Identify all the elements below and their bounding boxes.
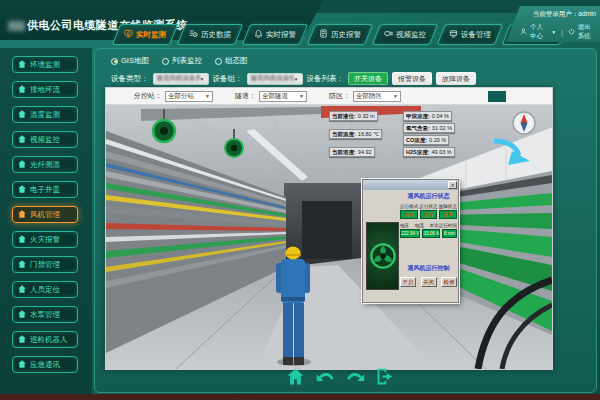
home-button[interactable] <box>284 366 305 387</box>
sidebar-item-8[interactable]: 火灾报警 <box>12 231 78 248</box>
forward-button[interactable] <box>344 366 365 387</box>
logout-link[interactable]: 退出系统 <box>578 23 596 41</box>
sensor-value: 49.03 % <box>432 149 452 155</box>
fan-status-labels: 运行模式运行状态故障状态 <box>400 204 457 209</box>
device-filter-button-1[interactable]: 开关设备 <box>348 72 388 85</box>
chevron-down-icon: ▼ <box>551 29 556 35</box>
sidebar-item-2[interactable]: 接地环流 <box>12 81 78 98</box>
sidebar-item-label: 风机管理 <box>30 210 60 220</box>
fan-control-dialog: ✕ 通风机运行状态 运行模式运行状态故障状态 <box>362 179 459 303</box>
sidebar-item-label: 视频监控 <box>30 135 60 145</box>
sensor-chip: 当前液位:0.32 m <box>329 111 378 121</box>
sensor-chip: H2S浓度:49.03 % <box>403 147 455 157</box>
sensor-value: 94.92 <box>358 149 372 155</box>
device-filter-button-2[interactable]: 报警设备 <box>392 72 432 85</box>
filter-dropdown[interactable]: 全部防区▼ <box>353 91 401 102</box>
frame-corner-box <box>488 91 506 102</box>
divider: | <box>561 29 563 36</box>
exit-button[interactable] <box>374 366 395 387</box>
dialog-titlebar[interactable]: ✕ <box>363 180 458 190</box>
fan-button-1[interactable]: 开启 <box>400 277 416 287</box>
sidebar-item-label: 电子井盖 <box>30 185 60 195</box>
fan-image <box>366 222 399 290</box>
nav-tab-3[interactable]: 实时报警 <box>242 24 308 45</box>
sidebar-item-label: 接地环流 <box>30 85 60 95</box>
house-icon <box>18 110 26 120</box>
sidebar: 环境监测接地环流温度监测视频监控光纤测温电子井盖风机管理火灾报警门禁管理人员定位… <box>0 48 92 394</box>
sidebar-item-11[interactable]: 水泵管理 <box>12 306 78 323</box>
sensor-value: 0.32 m <box>358 113 375 119</box>
device-group-label: 设备组： <box>213 74 243 84</box>
tab-label: 实时报警 <box>266 30 296 40</box>
status-label: 运行模式 <box>400 204 418 209</box>
filter-dropdown[interactable]: 全部隧道▼ <box>259 91 307 102</box>
close-icon[interactable]: ✕ <box>448 181 457 189</box>
view-mode-label: 组态图 <box>225 56 248 66</box>
user-center-link[interactable]: 个人中心 <box>530 23 548 41</box>
history-icon <box>189 29 198 40</box>
current-user-label: 当前登录用户：admin <box>520 10 596 19</box>
filter-value: 全部隧道 <box>262 92 288 101</box>
metric-led: 8 min <box>442 229 457 238</box>
sidebar-item-13[interactable]: 应急通讯 <box>12 356 78 373</box>
device-filter-button-3[interactable]: 故障设备 <box>436 72 476 85</box>
sidebar-item-5[interactable]: 光纤测温 <box>12 156 78 173</box>
sidebar-item-label: 人员定位 <box>30 285 60 295</box>
sidebar-item-6[interactable]: 电子井盖 <box>12 181 78 198</box>
view-mode-radios: GIS地图列表监控组态图 <box>111 56 247 66</box>
monitor-frame: 分控站：全部分站▼隧道：全部隧道▼防区：全部防区▼ <box>105 87 553 370</box>
sidebar-item-9[interactable]: 门禁管理 <box>12 256 78 273</box>
chevron-down-icon: ▼ <box>393 93 398 99</box>
chevron-down-icon: ▼ <box>294 76 299 82</box>
nav-tab-2[interactable]: 历史数据 <box>177 24 243 45</box>
sensor-chip: 当前温度:16.80 ℃ <box>329 129 382 139</box>
filter-value: 全部防区 <box>356 92 382 101</box>
sidebar-item-1[interactable]: 环境监测 <box>12 56 78 73</box>
sidebar-item-12[interactable]: 巡检机器人 <box>12 331 78 348</box>
view-mode-radio-2[interactable]: 列表监控 <box>162 56 202 66</box>
device-group-dropdown[interactable]: 隧道风机设备组▼ <box>247 73 303 85</box>
filter-label: 隧道： <box>235 91 256 101</box>
sidebar-item-4[interactable]: 视频监控 <box>12 131 78 148</box>
sensor-value: 31.02 % <box>432 125 452 131</box>
sensor-label: H2S浓度: <box>406 149 430 156</box>
nav-tab-5[interactable]: 视频监控 <box>372 24 438 45</box>
device-list-label: 设备列表： <box>307 74 345 84</box>
report-icon <box>319 29 328 40</box>
nav-tab-6[interactable]: 设备管理 <box>437 24 503 45</box>
device-icon <box>449 29 458 40</box>
house-icon <box>18 335 26 345</box>
sidebar-item-label: 应急通讯 <box>30 360 60 370</box>
nav-tab-4[interactable]: 历史报警 <box>307 24 373 45</box>
view-mode-label: 列表监控 <box>172 56 202 66</box>
sensor-label: CO浓度: <box>406 137 427 144</box>
sidebar-item-label: 火灾报警 <box>30 235 60 245</box>
filter-label: 防区： <box>329 91 350 101</box>
sensor-label: 当前湿度: <box>332 149 356 156</box>
house-icon <box>18 235 26 245</box>
fan-button-2[interactable]: 关闭 <box>421 277 437 287</box>
filter-bar: 分控站：全部分站▼隧道：全部隧道▼防区：全部防区▼ <box>106 88 552 105</box>
nav-tab-1[interactable]: 实时监测 <box>112 24 178 45</box>
radio-icon <box>215 58 222 65</box>
alarm-icon <box>254 29 263 40</box>
sidebar-item-7[interactable]: 风机管理 <box>12 206 78 223</box>
metric-label: 电压 <box>400 223 409 228</box>
chevron-down-icon: ▼ <box>200 76 205 82</box>
sidebar-item-label: 门禁管理 <box>30 260 60 270</box>
fan-status-title: 通风机运行状态 <box>400 192 457 201</box>
fan-button-3[interactable]: 检修 <box>441 277 457 287</box>
view-mode-radio-1[interactable]: GIS地图 <box>111 56 149 66</box>
bottom-strip <box>0 394 600 400</box>
back-button[interactable] <box>314 366 335 387</box>
sidebar-item-10[interactable]: 人员定位 <box>12 281 78 298</box>
tunnel-3d-viewport[interactable]: 当前液位:0.32 m当前温度:16.80 ℃当前湿度:94.92甲烷浓度:0.… <box>106 105 552 369</box>
sidebar-item-3[interactable]: 温度监测 <box>12 106 78 123</box>
view-mode-radio-3[interactable]: 组态图 <box>215 56 248 66</box>
status-led: 自动 <box>400 210 418 219</box>
nav-tabs: 实时监测历史数据实时报警历史报警视频监控设备管理用户管理 <box>116 24 564 45</box>
device-type-dropdown[interactable]: 隧道风机设备类型▼ <box>153 73 209 85</box>
house-icon <box>18 160 26 170</box>
filter-dropdown[interactable]: 全部分站▼ <box>165 91 213 102</box>
sensor-value: 0.20 % <box>429 137 446 143</box>
